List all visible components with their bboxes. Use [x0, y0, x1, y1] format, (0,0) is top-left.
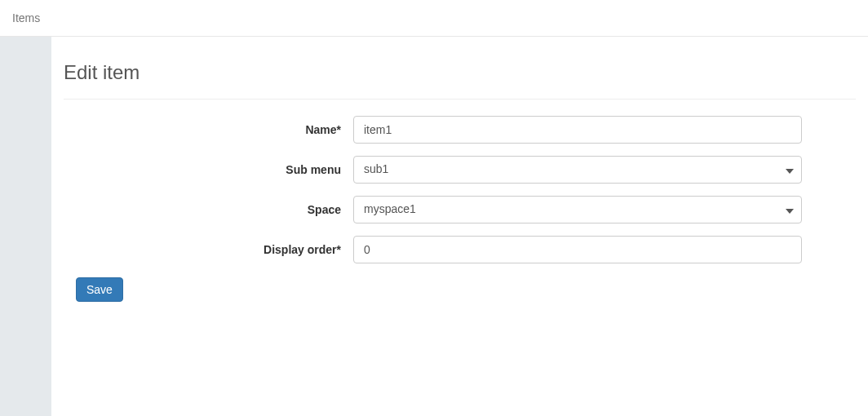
- layout: Edit item Name* Sub menu sub1 Space: [0, 37, 868, 416]
- name-input[interactable]: [353, 116, 802, 144]
- sub-menu-value: sub1: [353, 156, 802, 184]
- space-select[interactable]: myspace1: [353, 196, 802, 223]
- label-sub-menu: Sub menu: [64, 163, 353, 176]
- label-space: Space: [64, 203, 353, 216]
- form-row-sub-menu: Sub menu sub1: [64, 156, 856, 184]
- label-display-order: Display order*: [64, 243, 353, 256]
- display-order-input[interactable]: [353, 236, 802, 263]
- page-title: Edit item: [64, 61, 856, 84]
- topbar: Items: [0, 0, 868, 37]
- nav-link-items[interactable]: Items: [12, 11, 40, 24]
- sub-menu-select[interactable]: sub1: [353, 156, 802, 184]
- form-row-display-order: Display order*: [64, 236, 856, 263]
- save-button[interactable]: Save: [76, 277, 123, 302]
- label-name: Name*: [64, 123, 353, 136]
- space-value: myspace1: [353, 196, 802, 223]
- form-row-name: Name*: [64, 116, 856, 144]
- sidebar: [0, 37, 51, 416]
- form-row-space: Space myspace1: [64, 196, 856, 223]
- content: Edit item Name* Sub menu sub1 Space: [51, 37, 868, 416]
- divider: [64, 99, 856, 100]
